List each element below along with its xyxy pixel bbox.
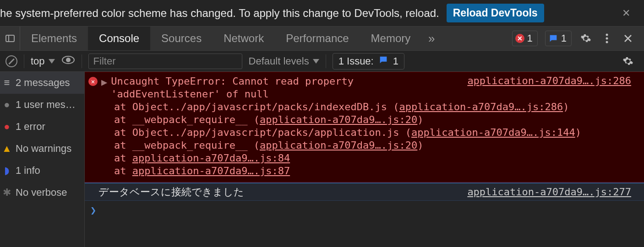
issue-icon	[378, 55, 388, 68]
expand-arrow-icon[interactable]: ▶	[101, 76, 107, 101]
separator	[326, 54, 326, 68]
context-label: top	[31, 55, 45, 67]
stack-prefix: at	[114, 165, 132, 177]
info-source-link[interactable]: application-a707da9….js:277	[467, 186, 631, 198]
stack-frame: at application-a707da9….js:84	[114, 152, 644, 165]
stack-suffix: )	[563, 101, 569, 113]
issues-pill-count: 1	[393, 55, 398, 67]
sidebar-warnings[interactable]: ▲ No warnings	[0, 138, 84, 160]
gear-dim-icon: ✱	[3, 187, 11, 199]
issue-icon	[548, 33, 558, 43]
close-devtools-icon[interactable]	[621, 32, 635, 45]
console-settings-icon[interactable]	[621, 54, 635, 68]
tabstrip: Elements Console Sources Network Perform…	[0, 26, 644, 51]
stack-suffix: )	[417, 140, 423, 151]
sidebar-messages[interactable]: ≡ 2 messages	[0, 72, 84, 94]
stack-prefix: at Object../app/javascript/packs/indexed…	[114, 101, 399, 113]
stack-prefix: at __webpack_require__ (	[114, 114, 260, 125]
log-levels-selector[interactable]: Default levels	[249, 55, 319, 67]
issues-pill[interactable]: 1 Issue: 1	[333, 53, 404, 70]
sidebar-label: 1 info	[16, 165, 40, 177]
console-toolbar: top Default levels 1 Issue: 1	[0, 51, 644, 72]
error-icon: ✕	[515, 34, 524, 43]
stack-prefix: at	[114, 152, 132, 164]
infobar-close-icon[interactable]: ✕	[622, 7, 630, 19]
stack-prefix: at __webpack_require__ (	[114, 140, 260, 151]
info-message: データベースに接続できました	[98, 185, 244, 199]
dock-side-icon[interactable]	[0, 27, 20, 50]
stack-frame: at __webpack_require__ (application-a707…	[114, 139, 644, 152]
tab-network[interactable]: Network	[213, 27, 275, 50]
infobar: he system-preferred color scheme has cha…	[0, 0, 644, 26]
stack-link[interactable]: application-a707da9….js:144	[411, 127, 575, 138]
errors-count: 1	[527, 32, 533, 44]
sidebar-verbose[interactable]: ✱ No verbose	[0, 182, 84, 204]
errors-badge[interactable]: ✕ 1	[512, 31, 538, 46]
stack-link[interactable]: application-a707da9….js:87	[132, 165, 290, 177]
stack-suffix: )	[417, 114, 423, 125]
issues-pill-label: 1 Issue:	[338, 55, 374, 67]
svg-point-8	[66, 58, 71, 62]
console-sidebar: ≡ 2 messages ● 1 user mes… ● 1 error ▲ N…	[0, 72, 85, 247]
stack-link[interactable]: application-a707da9….js:84	[132, 152, 290, 164]
stack-frame: at Object../app/javascript/packs/indexed…	[114, 101, 644, 113]
reload-devtools-button[interactable]: Reload DevTools	[447, 4, 544, 22]
tab-performance[interactable]: Performance	[275, 27, 360, 50]
svg-point-2	[606, 34, 608, 36]
stack-prefix: at Object../app/javascript/packs/applica…	[114, 127, 411, 138]
filter-input[interactable]	[88, 54, 242, 69]
separator	[82, 54, 82, 68]
sidebar-info[interactable]: ◗ 1 info	[0, 160, 84, 182]
svg-point-4	[606, 41, 608, 43]
stack-link[interactable]: application-a707da9….js:20	[260, 114, 417, 125]
tab-sources[interactable]: Sources	[150, 27, 213, 50]
stack-suffix: )	[575, 127, 581, 138]
separator	[24, 54, 24, 68]
sidebar-label: 1 user mes…	[16, 99, 76, 111]
tab-elements[interactable]: Elements	[20, 27, 88, 50]
execution-context-selector[interactable]: top	[31, 55, 55, 67]
console-body: ≡ 2 messages ● 1 user mes… ● 1 error ▲ N…	[0, 72, 644, 247]
prompt-chevron-icon: ❯	[90, 204, 96, 216]
stack-link[interactable]: application-a707da9….js:286	[399, 101, 563, 113]
sidebar-label: No warnings	[16, 143, 71, 155]
more-menu-icon[interactable]	[600, 32, 614, 45]
stack-icon: ≡	[3, 77, 11, 89]
live-expression-icon[interactable]	[61, 55, 75, 67]
tabs-overflow-icon[interactable]: »	[421, 32, 442, 46]
tab-memory[interactable]: Memory	[360, 27, 422, 50]
dot-red-icon: ●	[3, 121, 11, 133]
sidebar-user-messages[interactable]: ● 1 user mes…	[0, 94, 84, 116]
console-error-entry[interactable]: ✕ ▶ Uncaught TypeError: Cannot read prop…	[85, 72, 644, 183]
dot-blue-icon: ◗	[3, 165, 11, 177]
error-source-link[interactable]: application-a707da9….js:286	[467, 75, 631, 86]
error-icon: ✕	[88, 77, 98, 86]
svg-rect-0	[6, 35, 14, 42]
sidebar-errors[interactable]: ● 1 error	[0, 116, 84, 138]
sidebar-label: 1 error	[16, 121, 45, 133]
stack-frame: at application-a707da9….js:87	[114, 165, 644, 177]
clear-console-icon[interactable]	[5, 55, 17, 67]
stack-link[interactable]: application-a707da9….js:20	[260, 140, 417, 151]
chevron-down-icon	[313, 59, 319, 64]
issues-badge[interactable]: 1	[545, 31, 572, 46]
chevron-down-icon	[49, 59, 55, 64]
svg-point-3	[606, 38, 608, 40]
console-output: ✕ ▶ Uncaught TypeError: Cannot read prop…	[85, 72, 644, 247]
stack-frame: at Object../app/javascript/packs/applica…	[114, 126, 644, 139]
tab-console[interactable]: Console	[88, 27, 150, 50]
sidebar-label: No verbose	[16, 187, 67, 199]
settings-icon[interactable]	[579, 32, 593, 45]
error-stack: at Object../app/javascript/packs/indexed…	[85, 101, 644, 177]
stack-frame: at __webpack_require__ (application-a707…	[114, 113, 644, 126]
issues-count: 1	[561, 32, 567, 44]
infobar-message: he system-preferred color scheme has cha…	[0, 7, 439, 20]
sidebar-label: 2 messages	[16, 77, 70, 89]
warning-icon: ▲	[3, 143, 11, 155]
console-prompt[interactable]: ❯	[85, 201, 644, 216]
levels-label: Default levels	[249, 55, 309, 67]
console-info-entry[interactable]: データベースに接続できました application-a707da9….js:2…	[85, 183, 644, 201]
error-message: Uncaught TypeError: Cannot read property…	[111, 75, 367, 101]
devtools-tabs: Elements Console Sources Network Perform…	[20, 27, 421, 50]
dot-icon: ●	[3, 99, 11, 111]
